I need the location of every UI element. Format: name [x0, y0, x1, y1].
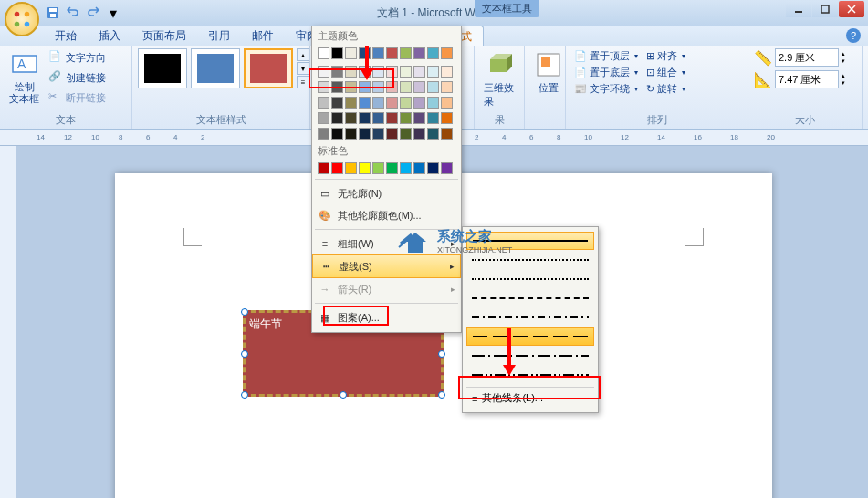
3d-effect-button[interactable]: 三维效果 — [480, 48, 518, 110]
color-swatch[interactable] — [413, 128, 425, 140]
rotate-button[interactable]: ↻旋转▾ — [643, 81, 688, 97]
color-swatch[interactable] — [318, 81, 329, 93]
color-swatch[interactable] — [413, 47, 425, 59]
width-down[interactable]: ▾ — [842, 79, 845, 87]
dash-solid[interactable] — [466, 232, 594, 250]
maximize-button[interactable] — [812, 1, 838, 17]
break-link-button[interactable]: ✂断开链接 — [46, 88, 109, 107]
color-swatch[interactable] — [359, 97, 371, 109]
tab-references[interactable]: 引用 — [197, 26, 241, 46]
color-swatch[interactable] — [441, 112, 453, 124]
width-up[interactable]: ▴ — [842, 72, 845, 79]
style-item-3[interactable] — [244, 48, 293, 88]
color-swatch[interactable] — [427, 128, 439, 140]
pattern-item[interactable]: ▦图案(A)... — [312, 306, 461, 328]
vertical-ruler[interactable] — [0, 146, 16, 498]
color-swatch[interactable] — [386, 47, 398, 59]
tab-layout[interactable]: 页面布局 — [131, 26, 197, 46]
color-swatch[interactable] — [318, 47, 329, 59]
color-swatch[interactable] — [345, 162, 357, 174]
color-swatch[interactable] — [372, 81, 384, 93]
qat-dropdown-icon[interactable]: ▾ — [104, 4, 122, 22]
color-swatch[interactable] — [413, 162, 425, 174]
color-swatch[interactable] — [386, 162, 398, 174]
height-input[interactable] — [775, 48, 839, 67]
color-swatch[interactable] — [400, 112, 412, 124]
color-swatch[interactable] — [427, 47, 439, 59]
color-swatch[interactable] — [372, 162, 384, 174]
color-swatch[interactable] — [441, 128, 453, 140]
height-up[interactable]: ▴ — [842, 50, 845, 57]
color-swatch[interactable] — [427, 66, 439, 78]
color-swatch[interactable] — [400, 66, 412, 78]
color-swatch[interactable] — [427, 81, 439, 93]
align-button[interactable]: ⊞对齐▾ — [643, 48, 688, 64]
height-down[interactable]: ▾ — [842, 57, 845, 65]
dashes-item[interactable]: ┅虚线(S)▸ — [312, 254, 461, 278]
color-swatch[interactable] — [386, 66, 398, 78]
color-swatch[interactable] — [331, 81, 343, 93]
color-swatch[interactable] — [345, 97, 357, 109]
resize-handle[interactable] — [241, 350, 248, 358]
color-swatch[interactable] — [400, 47, 412, 59]
resize-handle[interactable] — [438, 391, 445, 399]
color-swatch[interactable] — [400, 162, 412, 174]
width-input[interactable] — [775, 70, 839, 88]
tab-insert[interactable]: 插入 — [88, 26, 131, 46]
color-swatch[interactable] — [427, 97, 439, 109]
color-swatch[interactable] — [441, 47, 453, 59]
office-button[interactable] — [5, 2, 39, 36]
color-swatch[interactable] — [345, 112, 357, 124]
group-button[interactable]: ⊡组合▾ — [643, 65, 688, 80]
dash-long-dash[interactable] — [466, 327, 594, 346]
color-swatch[interactable] — [359, 81, 371, 93]
color-swatch[interactable] — [318, 162, 329, 174]
style-item-2[interactable] — [191, 48, 240, 88]
color-swatch[interactable] — [331, 112, 343, 124]
color-swatch[interactable] — [345, 128, 357, 140]
dash-dash[interactable] — [466, 289, 594, 307]
close-button[interactable] — [839, 1, 864, 17]
redo-icon[interactable] — [84, 4, 102, 22]
dash-round-dot[interactable] — [466, 251, 594, 269]
draw-textbox-button[interactable]: A 绘制 文本框 — [5, 48, 43, 107]
style-item-1[interactable] — [138, 48, 187, 88]
dash-dash-dot[interactable] — [466, 308, 594, 327]
undo-icon[interactable] — [64, 4, 82, 22]
color-swatch[interactable] — [400, 128, 412, 140]
color-swatch[interactable] — [427, 112, 439, 124]
dash-long-dash-dot[interactable] — [466, 347, 594, 365]
color-swatch[interactable] — [400, 81, 412, 93]
gallery-down-icon[interactable]: ▾ — [297, 62, 309, 75]
color-swatch[interactable] — [331, 47, 343, 59]
color-swatch[interactable] — [386, 128, 398, 140]
dash-long-dash-dot-dot[interactable] — [466, 366, 594, 384]
color-swatch[interactable] — [345, 47, 357, 59]
color-swatch[interactable] — [441, 97, 453, 109]
color-swatch[interactable] — [331, 162, 343, 174]
color-swatch[interactable] — [413, 112, 425, 124]
color-swatch[interactable] — [345, 81, 357, 93]
arrows-item[interactable]: →箭头(R)▸ — [312, 278, 461, 300]
tab-home[interactable]: 开始 — [44, 26, 88, 46]
color-swatch[interactable] — [427, 162, 439, 174]
position-button[interactable]: 位置 — [530, 48, 567, 97]
weight-item[interactable]: ≡粗细(W)▸ — [312, 233, 461, 254]
create-link-button[interactable]: 🔗创建链接 — [46, 68, 109, 87]
color-swatch[interactable] — [331, 128, 343, 140]
tab-mail[interactable]: 邮件 — [241, 26, 285, 46]
resize-handle[interactable] — [340, 391, 347, 399]
color-swatch[interactable] — [318, 97, 329, 109]
color-swatch[interactable] — [345, 66, 357, 78]
no-outline-item[interactable]: ▭无轮廓(N) — [312, 182, 461, 204]
color-swatch[interactable] — [413, 97, 425, 109]
minimize-button[interactable] — [786, 1, 811, 17]
color-swatch[interactable] — [386, 112, 398, 124]
resize-handle[interactable] — [241, 308, 248, 316]
save-icon[interactable] — [44, 4, 62, 22]
color-swatch[interactable] — [331, 66, 343, 78]
color-swatch[interactable] — [318, 66, 329, 78]
color-swatch[interactable] — [318, 112, 329, 124]
text-wrap-button[interactable]: 📰文字环绕▾ — [571, 81, 641, 97]
help-icon[interactable]: ? — [846, 28, 861, 43]
